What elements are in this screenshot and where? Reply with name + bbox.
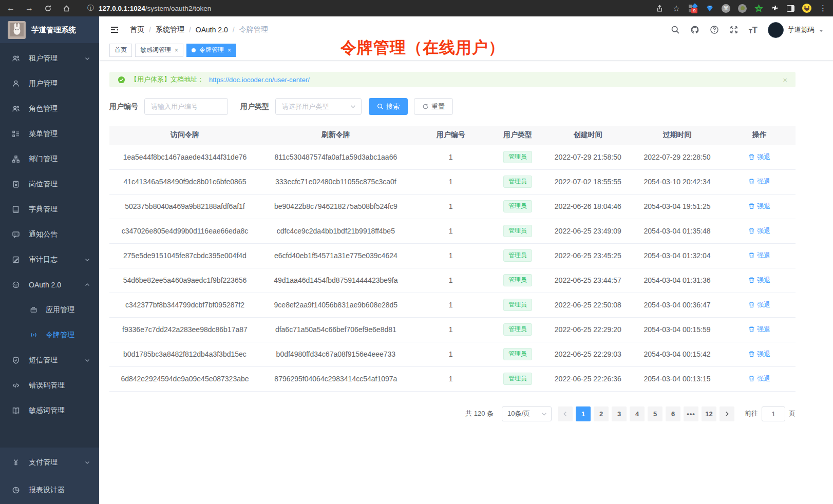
force-logout-button[interactable]: 强退 [748, 350, 770, 359]
org-chart-icon [12, 155, 20, 163]
extension-record-icon[interactable] [738, 4, 747, 13]
prev-page-button[interactable] [558, 406, 573, 421]
user-type-cell: 管理员 [490, 243, 545, 268]
fullscreen-icon[interactable] [729, 25, 739, 34]
sidebar-item-oauth-token[interactable]: 令牌管理 [0, 322, 99, 347]
profile-avatar-icon[interactable] [802, 4, 811, 13]
browser-sidepanel-icon[interactable] [787, 5, 794, 12]
page-button-12[interactable]: 12 [702, 406, 716, 421]
page-size-select[interactable]: 10条/页 [502, 406, 552, 421]
trash-icon [748, 301, 755, 308]
extension-star-icon[interactable] [754, 4, 763, 13]
breadcrumb-current: 令牌管理 [239, 25, 268, 34]
browser-menu-icon[interactable]: ⋮ [819, 4, 827, 13]
github-icon[interactable] [690, 25, 699, 34]
breadcrumb-oauth[interactable]: OAuth 2.0 [196, 26, 228, 34]
bookmark-star-icon[interactable]: ☆ [672, 4, 681, 13]
sidebar-item-oauth-app[interactable]: 应用管理 [0, 297, 99, 322]
chevron-up-icon [85, 282, 90, 287]
expires-cell: 2054-03-04 00:15:42 [631, 342, 723, 366]
page-button-3[interactable]: 3 [612, 406, 627, 421]
page-button-5[interactable]: 5 [648, 406, 662, 421]
force-logout-button[interactable]: 强退 [748, 177, 770, 186]
browser-reload-icon[interactable] [43, 4, 52, 13]
sidebar-item-dept[interactable]: 部门管理 [0, 146, 99, 171]
user-id-input[interactable] [144, 98, 228, 115]
force-logout-button[interactable]: 强退 [748, 226, 770, 236]
menu-label: 支付管理 [29, 458, 58, 467]
sidebar-item-pay[interactable]: 支付管理 [0, 449, 99, 476]
user-id-cell: 1 [411, 243, 490, 268]
page-button-1[interactable]: 1 [576, 406, 591, 421]
extensions-puzzle-icon[interactable] [771, 4, 779, 12]
page-button-4[interactable]: 4 [630, 406, 645, 421]
tab-token[interactable]: 令牌管理 × [186, 44, 236, 57]
sidebar-item-errorcode[interactable]: 错误码管理 [0, 373, 99, 398]
help-icon[interactable] [710, 25, 719, 34]
sidebar-item-role[interactable]: 角色管理 [0, 96, 99, 121]
extension-gem-icon[interactable] [706, 5, 714, 12]
next-page-button[interactable] [720, 406, 734, 421]
goto-page-input[interactable] [762, 406, 785, 421]
user-id-cell: 1 [411, 268, 490, 293]
refresh-token-cell: 811c530487574fa0af1a59d3abc1aa66 [260, 145, 411, 169]
user-type-cell: 管理员 [490, 293, 545, 317]
col-refresh-token: 刷新令牌 [260, 126, 411, 145]
close-icon[interactable]: × [175, 47, 178, 54]
search-button[interactable]: 搜索 [369, 98, 408, 115]
page-button-2[interactable]: 2 [594, 406, 609, 421]
sidebar-item-menu[interactable]: 菜单管理 [0, 121, 99, 146]
table-row: b0d1785bc3a8482f812db4a3f3bd15ecb0df4980… [109, 342, 796, 366]
user-menu[interactable]: 芋道源码 [768, 22, 824, 38]
sidebar-item-dict[interactable]: 字典管理 [0, 197, 99, 222]
force-logout-button[interactable]: 强退 [748, 374, 770, 383]
breadcrumb-home[interactable]: 首页 [130, 25, 144, 34]
expires-cell: 2054-03-04 01:35:48 [631, 219, 723, 243]
force-logout-button[interactable]: 强退 [748, 202, 770, 211]
page-button-6[interactable]: 6 [666, 406, 680, 421]
force-logout-button[interactable]: 强退 [748, 251, 770, 260]
sidebar-item-notice[interactable]: 通知公告 [0, 222, 99, 247]
extension-command-icon[interactable]: ⌘ [722, 4, 730, 13]
share-icon[interactable] [655, 4, 664, 13]
site-info-icon[interactable]: ⓘ [87, 4, 94, 13]
sidebar-item-post[interactable]: 岗位管理 [0, 171, 99, 197]
alert-close-icon[interactable]: × [783, 75, 787, 84]
pagination: 共 120 条 10条/页 1 2 3 4 5 6 ••• 12 [109, 406, 796, 421]
sidebar-item-sms[interactable]: 短信管理 [0, 347, 99, 373]
col-created: 创建时间 [545, 126, 631, 145]
font-size-icon[interactable]: TT [749, 26, 758, 34]
close-icon[interactable]: × [228, 47, 231, 54]
sidebar-logo[interactable]: 芋道管理系统 [0, 16, 99, 43]
more-pages-button[interactable]: ••• [684, 406, 698, 421]
browser-toolbar: ← → ⓘ 127.0.0.1:1024/system/oauth2/token… [0, 0, 833, 16]
force-logout-button[interactable]: 强退 [748, 300, 770, 309]
sidebar-item-report[interactable]: 报表设计器 [0, 476, 99, 504]
sidebar-collapse-icon[interactable] [109, 25, 120, 35]
address-bar[interactable]: ⓘ 127.0.0.1:1024/system/oauth2/token [87, 4, 646, 13]
search-icon[interactable] [671, 25, 680, 34]
browser-home-icon[interactable] [62, 4, 71, 13]
force-logout-label: 强退 [757, 300, 770, 309]
menu-label: 字典管理 [29, 205, 58, 214]
expires-cell: 2054-03-04 00:13:15 [631, 366, 723, 391]
user-type-select[interactable]: 请选择用户类型 [275, 98, 362, 115]
sidebar-item-audit[interactable]: 审计日志 [0, 247, 99, 272]
force-logout-button[interactable]: 强退 [748, 152, 770, 162]
doc-link[interactable]: https://doc.iocoder.cn/user-center/ [209, 76, 310, 84]
force-logout-button[interactable]: 强退 [748, 325, 770, 334]
force-logout-button[interactable]: 强退 [748, 276, 770, 285]
sidebar-item-sensitive[interactable]: 敏感词管理 [0, 398, 99, 423]
reset-button[interactable]: 重置 [414, 98, 453, 115]
breadcrumb-system[interactable]: 系统管理 [156, 25, 184, 34]
user-id-cell: 1 [411, 293, 490, 317]
extension-tabs-icon[interactable]: 9 [689, 4, 698, 12]
sidebar-item-oauth[interactable]: OAuth 2.0 [0, 272, 99, 297]
sidebar-item-tenant[interactable]: 租户管理 [0, 46, 99, 71]
browser-back-icon[interactable]: ← [6, 4, 15, 13]
trash-icon [748, 277, 755, 283]
tab-home[interactable]: 首页 [109, 44, 132, 57]
sidebar-item-user[interactable]: 用户管理 [0, 71, 99, 96]
tab-sensitive-word[interactable]: 敏感词管理 × [135, 44, 183, 57]
browser-forward-icon[interactable]: → [25, 4, 34, 13]
